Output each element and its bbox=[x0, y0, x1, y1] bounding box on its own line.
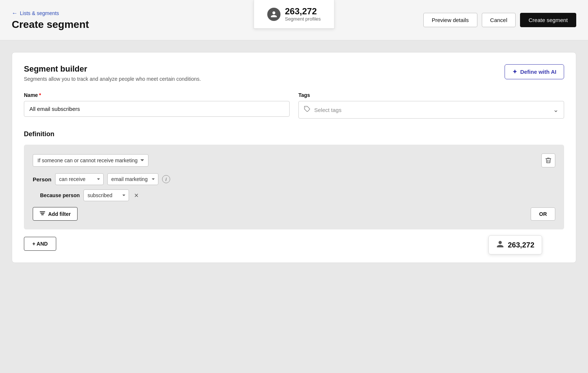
definition-section: Definition If someone can or cannot rece… bbox=[24, 130, 564, 251]
tag-icon bbox=[304, 106, 311, 114]
delete-condition-button[interactable] bbox=[541, 153, 555, 167]
tags-select[interactable]: Select tags ⌄ bbox=[298, 101, 564, 119]
segment-profiles-card: 263,272 Segment profiles bbox=[254, 0, 334, 29]
back-link[interactable]: ← Lists & segments bbox=[12, 10, 89, 17]
tags-placeholder: Select tags bbox=[314, 107, 553, 113]
cancel-button[interactable]: Cancel bbox=[482, 13, 516, 27]
segment-builder-card: Segment builder Segments allow you to tr… bbox=[12, 52, 576, 263]
ai-button-label: Define with AI bbox=[520, 69, 556, 75]
name-label: Name* bbox=[24, 92, 290, 98]
builder-header-text: Segment builder Segments allow you to tr… bbox=[24, 64, 201, 82]
back-arrow-icon: ← bbox=[12, 10, 18, 17]
segment-count: 263,272 bbox=[285, 7, 321, 16]
builder-title: Segment builder bbox=[24, 64, 201, 74]
because-label: Because person bbox=[40, 192, 80, 198]
or-button[interactable]: OR bbox=[531, 207, 555, 221]
tags-field-group: Tags Select tags ⌄ bbox=[298, 92, 564, 119]
top-left: ← Lists & segments Create segment bbox=[12, 10, 89, 30]
top-bar: ← Lists & segments Create segment 263,27… bbox=[0, 0, 588, 40]
segment-label: Segment profiles bbox=[285, 16, 321, 22]
definition-block: If someone can or cannot receive marketi… bbox=[24, 145, 564, 229]
add-filter-label: Add filter bbox=[48, 211, 71, 217]
condition-top-row: If someone can or cannot receive marketi… bbox=[33, 153, 555, 167]
builder-subtitle: Segments allow you to track and analyze … bbox=[24, 76, 201, 82]
definition-bottom-row: Add filter OR bbox=[33, 207, 555, 221]
filter-icon bbox=[40, 211, 45, 217]
count-bubble: 263,272 bbox=[488, 235, 542, 254]
count-bubble-number: 263,272 bbox=[508, 241, 534, 249]
define-with-ai-button[interactable]: ✦ Define with AI bbox=[505, 64, 564, 79]
remove-because-button[interactable]: × bbox=[133, 192, 140, 199]
info-icon[interactable]: i bbox=[162, 175, 170, 183]
count-bubble-icon bbox=[496, 240, 504, 250]
condition-select[interactable]: If someone can or cannot receive marketi… bbox=[33, 154, 148, 167]
builder-header: Segment builder Segments allow you to tr… bbox=[24, 64, 564, 82]
because-person-row: Because person subscribed unsubscribed × bbox=[33, 189, 555, 201]
top-actions: Preview details Cancel Create segment bbox=[423, 13, 576, 27]
can-receive-select[interactable]: can receive cannot receive bbox=[55, 173, 104, 185]
profile-icon bbox=[267, 8, 280, 21]
form-row: Name* Tags Select tags ⌄ bbox=[24, 92, 564, 119]
subscribed-select[interactable]: subscribed unsubscribed bbox=[83, 189, 129, 201]
main-content: Segment builder Segments allow you to tr… bbox=[0, 40, 588, 275]
marketing-type-select[interactable]: email marketing sms marketing bbox=[107, 173, 158, 185]
ai-sparkle-icon: ✦ bbox=[512, 68, 517, 75]
and-button[interactable]: + AND bbox=[24, 237, 56, 251]
name-input[interactable] bbox=[24, 101, 290, 117]
add-filter-button[interactable]: Add filter bbox=[33, 207, 78, 221]
person-row: Person can receive cannot receive email … bbox=[33, 173, 555, 185]
info-icon-symbol: i bbox=[165, 177, 167, 182]
required-star: * bbox=[39, 92, 41, 98]
chevron-down-icon: ⌄ bbox=[553, 106, 559, 114]
page-title: Create segment bbox=[12, 19, 89, 30]
name-field-group: Name* bbox=[24, 92, 290, 119]
tags-label: Tags bbox=[298, 92, 564, 98]
segment-count-container: 263,272 Segment profiles bbox=[285, 7, 321, 22]
create-segment-button[interactable]: Create segment bbox=[520, 13, 576, 27]
back-link-label: Lists & segments bbox=[20, 10, 59, 16]
preview-button[interactable]: Preview details bbox=[423, 13, 477, 27]
person-label: Person bbox=[33, 176, 51, 182]
definition-title: Definition bbox=[24, 130, 564, 138]
